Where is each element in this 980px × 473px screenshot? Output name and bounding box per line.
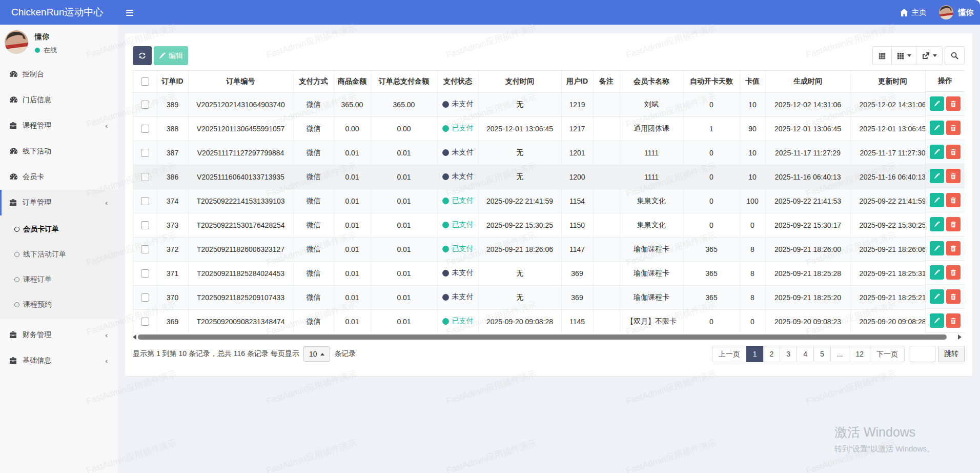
home-link[interactable]: 主页 bbox=[900, 0, 927, 25]
sidebar-toggle-icon[interactable] bbox=[126, 10, 133, 16]
page-button-12[interactable]: 12 bbox=[849, 346, 870, 362]
row-checkbox[interactable] bbox=[141, 221, 149, 229]
sidebar-item-main-5[interactable]: 订单管理‹ bbox=[0, 190, 118, 215]
edit-row-button[interactable] bbox=[930, 193, 944, 207]
edit-row-button[interactable] bbox=[930, 217, 944, 231]
sidebar-item-after-0[interactable]: 财务管理‹ bbox=[0, 322, 118, 348]
delete-row-button[interactable] bbox=[946, 121, 961, 135]
cell-pay_method: 微信 bbox=[293, 116, 334, 141]
navbar-user-menu[interactable]: 懂你 bbox=[939, 0, 973, 25]
columns-grid-icon bbox=[897, 52, 904, 60]
columns-button[interactable] bbox=[891, 46, 916, 65]
card-view-button[interactable] bbox=[872, 46, 891, 65]
jump-button[interactable]: 跳转 bbox=[938, 346, 965, 362]
sidebar-item-main-3[interactable]: 线下活动 bbox=[0, 139, 118, 164]
delete-row-button[interactable] bbox=[946, 145, 961, 159]
column-header[interactable]: 订单ID bbox=[157, 71, 188, 92]
column-header[interactable]: 用户ID bbox=[561, 71, 593, 92]
row-checkbox[interactable] bbox=[141, 245, 149, 253]
sidebar-item-after-1[interactable]: 基础信息‹ bbox=[0, 348, 118, 373]
row-checkbox[interactable] bbox=[141, 197, 149, 205]
row-checkbox[interactable] bbox=[141, 318, 149, 326]
refresh-button[interactable] bbox=[133, 46, 152, 65]
sidebar-user-status: 在线 bbox=[35, 46, 57, 55]
row-actions bbox=[926, 164, 965, 188]
cell-checkbox bbox=[133, 285, 157, 309]
sidebar-item-main-4[interactable]: 会员卡 bbox=[0, 164, 118, 190]
page-ellipsis[interactable]: ... bbox=[830, 346, 850, 362]
delete-row-button[interactable] bbox=[946, 193, 961, 207]
row-checkbox[interactable] bbox=[141, 173, 149, 181]
column-header[interactable]: 备注 bbox=[593, 71, 620, 92]
column-header[interactable]: 订单总支付金额 bbox=[371, 71, 437, 92]
search-button[interactable] bbox=[945, 46, 965, 65]
scroll-left-icon[interactable] bbox=[133, 334, 136, 340]
page-size-dropdown[interactable]: 10 bbox=[303, 346, 331, 362]
horizontal-scrollbar[interactable] bbox=[133, 334, 962, 340]
cell-checkbox bbox=[133, 213, 157, 237]
row-checkbox[interactable] bbox=[141, 101, 149, 109]
page-button-3[interactable]: 3 bbox=[780, 346, 797, 362]
cell-create_time: 2025-09-22 15:30:17 bbox=[765, 213, 850, 237]
column-header[interactable]: 支付方式 bbox=[293, 71, 334, 92]
cell-update_time: 2025-12-02 14:31:06 bbox=[850, 92, 935, 116]
delete-row-button[interactable] bbox=[946, 313, 961, 328]
cell-create_time: 2025-12-02 14:31:06 bbox=[765, 92, 850, 116]
next-page-button[interactable]: 下一页 bbox=[870, 346, 905, 362]
column-header[interactable]: 订单编号 bbox=[188, 71, 293, 92]
delete-row-button[interactable] bbox=[946, 169, 961, 183]
delete-row-button[interactable] bbox=[946, 96, 961, 111]
edit-row-button[interactable] bbox=[930, 96, 944, 111]
sidebar-item-main-0[interactable]: 控制台 bbox=[0, 62, 118, 87]
column-header[interactable]: 自动开卡天数 bbox=[683, 71, 740, 92]
row-checkbox[interactable] bbox=[141, 149, 149, 157]
cell-remark bbox=[593, 261, 620, 285]
export-button[interactable] bbox=[916, 46, 943, 65]
row-actions bbox=[926, 212, 965, 236]
scrollbar-thumb[interactable] bbox=[138, 334, 947, 340]
cell-id: 389 bbox=[157, 92, 188, 116]
row-checkbox[interactable] bbox=[141, 125, 149, 133]
sidebar-subitem-3[interactable]: 课程预约 bbox=[0, 292, 118, 317]
edit-row-button[interactable] bbox=[930, 313, 944, 328]
sidebar-subitem-2[interactable]: 课程订单 bbox=[0, 267, 118, 292]
page-button-5[interactable]: 5 bbox=[813, 346, 831, 362]
column-header[interactable]: 生成时间 bbox=[765, 71, 850, 92]
sidebar-subitem-1[interactable]: 线下活动订单 bbox=[0, 242, 118, 267]
delete-row-button[interactable] bbox=[946, 265, 961, 280]
select-all-checkbox[interactable] bbox=[141, 77, 149, 86]
sidebar-subitem-0[interactable]: 会员卡订单 bbox=[0, 216, 118, 242]
page-button-4[interactable]: 4 bbox=[797, 346, 814, 362]
row-checkbox[interactable] bbox=[141, 293, 149, 302]
edit-row-button[interactable] bbox=[930, 121, 944, 135]
delete-row-button[interactable] bbox=[946, 217, 961, 231]
sidebar-item-main-2[interactable]: 课程管理‹ bbox=[0, 113, 118, 139]
delete-row-button[interactable] bbox=[946, 289, 961, 304]
edit-row-button[interactable] bbox=[930, 145, 944, 159]
page-button-1[interactable]: 1 bbox=[746, 346, 764, 362]
column-header[interactable]: 商品金额 bbox=[334, 71, 371, 92]
scrollbar-track[interactable] bbox=[138, 334, 956, 340]
cell-checkbox bbox=[133, 237, 157, 261]
column-header[interactable]: 卡值 bbox=[740, 71, 765, 92]
column-header[interactable]: 会员卡名称 bbox=[620, 71, 683, 92]
scroll-right-icon[interactable] bbox=[958, 334, 962, 340]
sidebar-item-main-1[interactable]: 门店信息 bbox=[0, 87, 118, 113]
page-button-2[interactable]: 2 bbox=[763, 346, 781, 362]
cell-total: 0.01 bbox=[371, 237, 437, 261]
edit-row-button[interactable] bbox=[930, 241, 944, 255]
column-header[interactable]: 更新时间 bbox=[850, 71, 935, 92]
edit-row-button[interactable] bbox=[930, 265, 944, 280]
navbar-username: 懂你 bbox=[958, 8, 973, 17]
edit-row-button[interactable] bbox=[930, 169, 944, 183]
jump-page-input[interactable] bbox=[910, 346, 935, 362]
edit-button[interactable]: 编辑 bbox=[154, 46, 188, 65]
briefcase-icon bbox=[9, 357, 18, 365]
cell-pay_method: 微信 bbox=[293, 213, 334, 237]
delete-row-button[interactable] bbox=[946, 241, 961, 255]
column-header[interactable]: 支付时间 bbox=[478, 71, 561, 92]
column-header[interactable]: 支付状态 bbox=[437, 71, 478, 92]
prev-page-button[interactable]: 上一页 bbox=[712, 346, 747, 362]
row-checkbox[interactable] bbox=[141, 269, 149, 278]
edit-row-button[interactable] bbox=[930, 289, 944, 304]
